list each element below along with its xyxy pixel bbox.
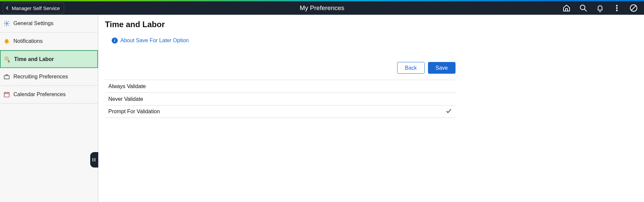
page-title: My Preferences: [300, 4, 344, 12]
sidebar-item-label: Recruiting Preferences: [13, 74, 68, 80]
option-label: Always Validate: [108, 83, 146, 89]
search-icon[interactable]: [579, 4, 588, 12]
option-prompt-for-validation[interactable]: Prompt For Validation: [105, 105, 455, 118]
svg-rect-10: [4, 76, 9, 79]
svg-point-3: [616, 7, 618, 9]
calendar-icon: [3, 91, 10, 98]
check-icon: [445, 108, 452, 116]
gear-icon: [3, 20, 10, 27]
sidebar-item-recruiting-preferences[interactable]: Recruiting Preferences: [0, 68, 98, 86]
sidebar-item-label: Time and Labor: [14, 56, 54, 62]
sidebar-item-label: Notifications: [13, 38, 43, 44]
sidebar-item-notifications[interactable]: Notifications: [0, 32, 98, 50]
back-nav-button[interactable]: Manager Self Service: [3, 3, 64, 13]
notifications-icon[interactable]: [596, 4, 604, 12]
content-area: Time and Labor i About Save For Later Op…: [98, 15, 644, 202]
info-icon: i: [112, 38, 118, 44]
about-save-for-later-link[interactable]: About Save For Later Option: [120, 38, 189, 44]
bell-icon: [3, 38, 10, 45]
svg-rect-11: [4, 92, 9, 97]
back-button[interactable]: Back: [397, 62, 425, 74]
sidebar-item-calendar-preferences[interactable]: Calendar Preferences: [0, 86, 98, 104]
option-label: Prompt For Validation: [108, 109, 160, 115]
option-label: Never Validate: [108, 96, 143, 102]
app-header: Manager Self Service My Preferences: [0, 1, 644, 15]
clock-person-icon: [4, 56, 11, 63]
chevron-left-icon: [5, 6, 10, 10]
validation-options-list: Always Validate Never Validate Prompt Fo…: [105, 80, 455, 118]
info-link-row: i About Save For Later Option: [112, 38, 637, 44]
sidebar: General Settings Notifications Time and …: [0, 15, 98, 202]
sidebar-item-time-and-labor[interactable]: Time and Labor: [0, 50, 98, 68]
svg-point-9: [8, 60, 9, 61]
svg-point-0: [580, 5, 585, 10]
compass-icon[interactable]: [629, 4, 638, 12]
sidebar-collapse-handle[interactable]: II: [90, 152, 98, 167]
svg-point-2: [616, 5, 618, 6]
home-icon[interactable]: [562, 4, 571, 12]
content-title: Time and Labor: [105, 20, 637, 29]
back-nav-label: Manager Self Service: [12, 5, 60, 11]
svg-point-4: [616, 10, 618, 11]
briefcase-icon: [3, 73, 10, 80]
sidebar-item-general-settings[interactable]: General Settings: [0, 15, 98, 32]
option-always-validate[interactable]: Always Validate: [105, 80, 455, 92]
kebab-menu-icon[interactable]: [612, 4, 621, 12]
action-button-row: Back Save: [105, 62, 455, 74]
header-actions: [562, 4, 644, 12]
svg-line-1: [584, 9, 587, 11]
sidebar-item-label: Calendar Preferences: [13, 91, 66, 97]
option-never-validate[interactable]: Never Validate: [105, 92, 455, 105]
sidebar-item-label: General Settings: [13, 20, 53, 26]
svg-point-7: [6, 23, 8, 24]
collapse-icon: II: [92, 157, 96, 162]
save-button[interactable]: Save: [428, 62, 455, 74]
svg-line-6: [631, 6, 636, 10]
